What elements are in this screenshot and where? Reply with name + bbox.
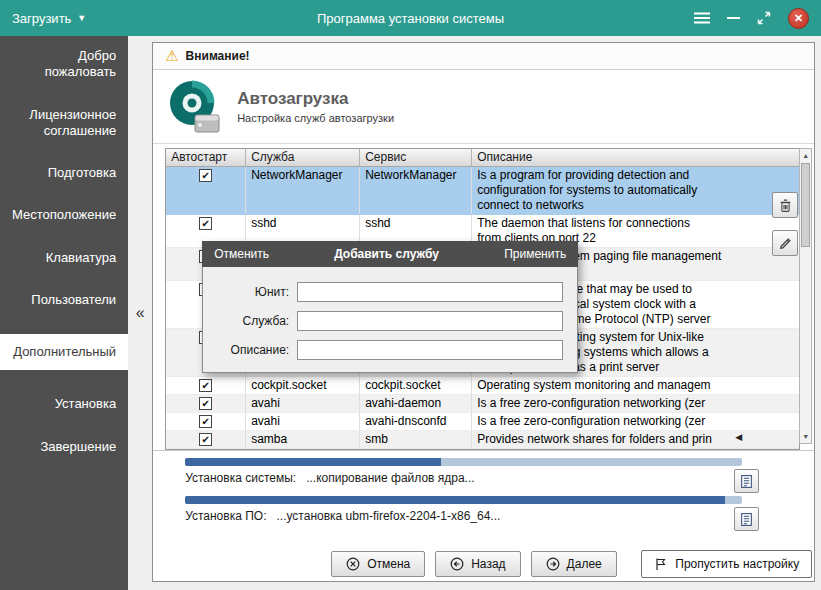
dialog-apply-button[interactable]: Применить bbox=[504, 247, 566, 261]
column-header-autostart[interactable]: Автостарт bbox=[166, 149, 246, 166]
flag-icon bbox=[654, 557, 668, 571]
sidebar-item-location[interactable]: Местоположение bbox=[0, 207, 128, 223]
scroll-left-icon[interactable]: ◀ bbox=[735, 432, 742, 442]
column-header-service[interactable]: Служба bbox=[246, 149, 360, 166]
sidebar-item-license[interactable]: Лицензионное соглашение bbox=[0, 107, 128, 140]
page-subtitle: Настройка служб автозагрузки bbox=[237, 112, 394, 124]
installer-window: Загрузить ▼ Программа установки системы … bbox=[0, 0, 821, 590]
sidebar-item-welcome[interactable]: Добро пожаловать bbox=[0, 48, 128, 81]
main-area: ⚠ Внимание! Автозагрузка bbox=[152, 36, 821, 590]
column-header-unit[interactable]: Сервис bbox=[360, 149, 472, 166]
table-scrollbar[interactable]: ▲ ▼ bbox=[799, 148, 812, 444]
titlebar: Загрузить ▼ Программа установки системы … bbox=[0, 0, 821, 36]
dialog-cancel-button[interactable]: Отменить bbox=[214, 247, 269, 261]
hamburger-menu-button[interactable] bbox=[694, 12, 710, 24]
service-field[interactable] bbox=[297, 311, 563, 331]
cancel-label: Отмена bbox=[367, 557, 410, 571]
unit-field[interactable] bbox=[297, 282, 563, 302]
footer-actions: Отмена Назад bbox=[153, 546, 814, 581]
software-progress-fill bbox=[185, 496, 725, 504]
unit-name: avahi-dnsconfd bbox=[360, 413, 472, 430]
content-panel: ⚠ Внимание! Автозагрузка bbox=[152, 42, 815, 582]
service-description: Is a free zero-configuration networking … bbox=[472, 413, 799, 430]
skip-label: Пропустить настройку bbox=[675, 557, 799, 571]
sidebar-collapse-button[interactable]: « bbox=[136, 304, 145, 322]
cancel-icon bbox=[346, 557, 360, 571]
sidebar-item-preparation[interactable]: Подготовка bbox=[0, 165, 128, 181]
unit-name: cockpit.socket bbox=[360, 377, 472, 394]
back-label: Назад bbox=[471, 557, 505, 571]
back-arrow-icon bbox=[450, 557, 464, 571]
column-header-description[interactable]: Описание bbox=[472, 149, 799, 166]
dialog-header: Отменить Добавить службу Применить bbox=[202, 241, 578, 267]
autostart-checkbox[interactable]: ✔ bbox=[199, 217, 212, 230]
maximize-icon bbox=[757, 11, 771, 25]
scroll-up-icon[interactable]: ▲ bbox=[800, 149, 811, 162]
description-field-label: Описание: bbox=[217, 343, 289, 357]
delete-service-button[interactable] bbox=[772, 192, 798, 218]
table-row[interactable]: ✔ cockpit.socket cockpit.socket Operatin… bbox=[166, 377, 799, 395]
scrollbar-thumb[interactable] bbox=[801, 163, 810, 247]
software-progress-bar bbox=[185, 496, 742, 504]
sidebar-item-additional[interactable]: Дополнительный bbox=[0, 334, 128, 370]
warning-text: Внимание! bbox=[186, 49, 250, 63]
add-service-dialog: Отменить Добавить службу Применить Юнит:… bbox=[202, 241, 578, 373]
scroll-down-icon[interactable]: ▼ bbox=[800, 430, 811, 443]
close-button[interactable]: ✕ bbox=[788, 8, 809, 29]
table-row[interactable]: ✔ avahi avahi-daemon Is a free zero-conf… bbox=[166, 395, 799, 413]
dialog-title: Добавить службу bbox=[269, 247, 504, 261]
software-progress-label: Установка ПО: bbox=[185, 509, 266, 523]
window-title: Программа установки системы bbox=[182, 11, 639, 26]
load-menu-label: Загрузить bbox=[12, 11, 71, 26]
cancel-button[interactable]: Отмена bbox=[331, 551, 425, 577]
unit-name: avahi-daemon bbox=[360, 395, 472, 412]
log-icon bbox=[739, 512, 754, 527]
table-row[interactable]: ✔ samba smb Provides network shares for … bbox=[166, 431, 799, 449]
system-log-button[interactable] bbox=[734, 469, 759, 493]
hamburger-icon bbox=[694, 12, 710, 24]
pencil-icon bbox=[778, 236, 793, 251]
next-label: Далее bbox=[567, 557, 602, 571]
page-header: Автозагрузка Настройка служб автозагрузк… bbox=[153, 70, 814, 144]
dialog-body: Юнит: Служба: Описание: bbox=[202, 267, 578, 373]
service-name: avahi bbox=[246, 413, 360, 430]
close-icon: ✕ bbox=[794, 12, 803, 25]
sidebar-item-completion[interactable]: Завершение bbox=[0, 439, 128, 455]
trash-icon bbox=[778, 198, 793, 213]
skip-setup-button[interactable]: Пропустить настройку bbox=[641, 550, 812, 578]
service-description: Operating system monitoring and managem bbox=[472, 377, 799, 394]
autostart-checkbox[interactable]: ✔ bbox=[199, 169, 212, 182]
table-row[interactable]: ✔ avahi avahi-dnsconfd Is a free zero-co… bbox=[166, 413, 799, 431]
service-name: samba bbox=[246, 431, 360, 448]
maximize-button[interactable] bbox=[757, 11, 771, 25]
system-progress-group: Установка системы: ...копирование файлов… bbox=[185, 458, 814, 485]
sidebar-gutter: « bbox=[128, 36, 152, 590]
warning-icon: ⚠ bbox=[165, 47, 178, 65]
autostart-checkbox[interactable]: ✔ bbox=[199, 433, 212, 446]
edit-service-button[interactable] bbox=[772, 230, 798, 256]
service-description: Is a program for providing detection and… bbox=[472, 167, 799, 214]
back-button[interactable]: Назад bbox=[435, 551, 520, 577]
chevron-down-icon: ▼ bbox=[77, 13, 86, 23]
autostart-checkbox[interactable]: ✔ bbox=[199, 397, 212, 410]
system-progress-fill bbox=[185, 458, 441, 466]
autostart-checkbox[interactable]: ✔ bbox=[199, 379, 212, 392]
sidebar-item-installation[interactable]: Установка bbox=[0, 396, 128, 412]
minimize-button[interactable] bbox=[727, 17, 740, 19]
unit-name: NetworkManager bbox=[360, 167, 472, 214]
minimize-icon bbox=[727, 17, 740, 19]
software-log-button[interactable] bbox=[734, 507, 759, 531]
steps-sidebar: Добро пожаловать Лицензионное соглашение… bbox=[0, 36, 128, 590]
table-row[interactable]: ✔ NetworkManager NetworkManager Is a pro… bbox=[166, 167, 799, 215]
autostart-checkbox[interactable]: ✔ bbox=[199, 415, 212, 428]
next-arrow-icon bbox=[546, 557, 560, 571]
description-field[interactable] bbox=[297, 340, 563, 360]
load-menu-button[interactable]: Загрузить ▼ bbox=[12, 11, 182, 26]
service-name: NetworkManager bbox=[246, 167, 360, 214]
service-field-label: Служба: bbox=[217, 314, 289, 328]
sidebar-item-keyboard[interactable]: Клавиатура bbox=[0, 250, 128, 266]
next-button[interactable]: Далее bbox=[531, 551, 617, 577]
sidebar-item-users[interactable]: Пользователи bbox=[0, 292, 128, 308]
page-title: Автозагрузка bbox=[237, 89, 394, 109]
system-progress-status: ...копирование файлов ядра... bbox=[306, 471, 474, 485]
